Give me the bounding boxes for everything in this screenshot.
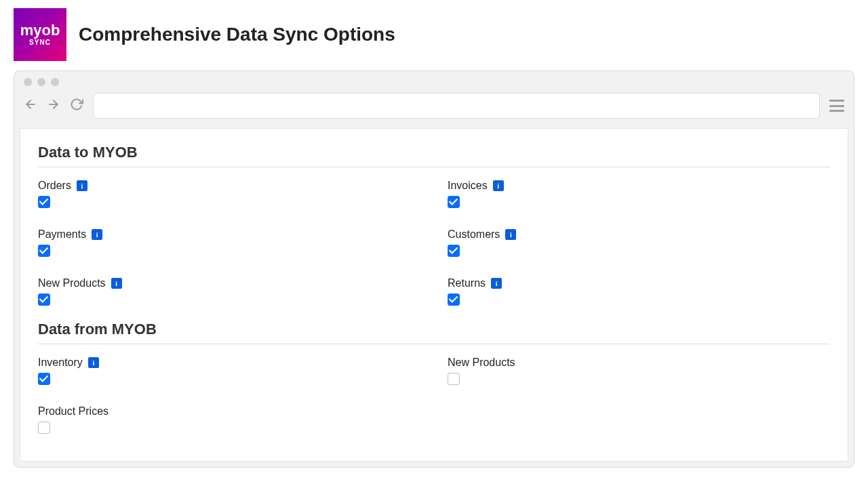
info-icon[interactable]: i xyxy=(493,180,504,191)
field-customers: Customers i xyxy=(448,228,830,260)
field-label: Inventory xyxy=(38,357,83,369)
checkbox-inventory[interactable] xyxy=(38,373,50,385)
field-new-products-to: New Products i xyxy=(38,277,420,308)
to-grid: Orders i Invoices i Payments i xyxy=(38,180,830,308)
window-dot xyxy=(37,78,45,86)
field-returns: Returns i xyxy=(448,277,830,308)
checkbox-returns[interactable] xyxy=(448,293,460,306)
checkbox-new-products-to[interactable] xyxy=(38,293,50,306)
url-input[interactable] xyxy=(93,93,820,119)
page-title: Comprehensive Data Sync Options xyxy=(79,24,395,45)
field-invoices: Invoices i xyxy=(448,180,830,211)
window-dot xyxy=(24,78,32,86)
info-icon[interactable]: i xyxy=(505,229,516,240)
checkbox-orders[interactable] xyxy=(38,196,50,208)
field-label: Payments xyxy=(38,228,86,241)
info-icon[interactable]: i xyxy=(77,180,87,191)
checkbox-new-products-from[interactable] xyxy=(448,373,460,385)
field-product-prices: Product Prices xyxy=(38,405,420,436)
info-icon[interactable]: i xyxy=(491,278,502,289)
menu-icon[interactable] xyxy=(829,100,844,112)
section-title-to: Data to MYOB xyxy=(38,144,830,161)
field-label: New Products xyxy=(38,277,106,289)
settings-panel: Data to MYOB Orders i Invoices i xyxy=(20,128,848,462)
field-inventory: Inventory i xyxy=(38,357,420,388)
field-label: Product Prices xyxy=(38,405,108,418)
logo: myob SYNC xyxy=(14,8,66,61)
checkbox-invoices[interactable] xyxy=(448,196,460,208)
window-controls xyxy=(14,71,854,89)
divider xyxy=(38,167,830,167)
browser-frame: Data to MYOB Orders i Invoices i xyxy=(14,70,854,468)
field-payments: Payments i xyxy=(38,228,420,260)
field-label: Orders xyxy=(38,180,71,192)
from-grid: Inventory i New Products Product Prices xyxy=(38,357,830,436)
field-label: Customers xyxy=(448,228,500,241)
info-icon[interactable]: i xyxy=(111,278,122,289)
field-label: Invoices xyxy=(448,180,488,192)
reload-icon[interactable] xyxy=(70,98,83,114)
logo-sub: SYNC xyxy=(29,39,51,46)
page-header: myob SYNC Comprehensive Data Sync Option… xyxy=(14,8,854,61)
checkbox-customers[interactable] xyxy=(448,245,460,257)
field-label: Returns xyxy=(448,277,486,289)
divider xyxy=(38,344,830,344)
section-title-from: Data from MYOB xyxy=(38,321,830,338)
back-icon[interactable] xyxy=(24,98,37,114)
field-new-products-from: New Products xyxy=(448,357,830,388)
info-icon[interactable]: i xyxy=(92,229,102,240)
checkbox-payments[interactable] xyxy=(38,245,50,257)
info-icon[interactable]: i xyxy=(88,357,99,368)
field-orders: Orders i xyxy=(38,180,420,211)
field-label: New Products xyxy=(448,357,515,369)
forward-icon[interactable] xyxy=(47,98,60,114)
window-dot xyxy=(51,78,59,86)
browser-toolbar xyxy=(14,89,854,128)
logo-main: myob xyxy=(20,23,60,38)
checkbox-product-prices[interactable] xyxy=(38,422,50,434)
